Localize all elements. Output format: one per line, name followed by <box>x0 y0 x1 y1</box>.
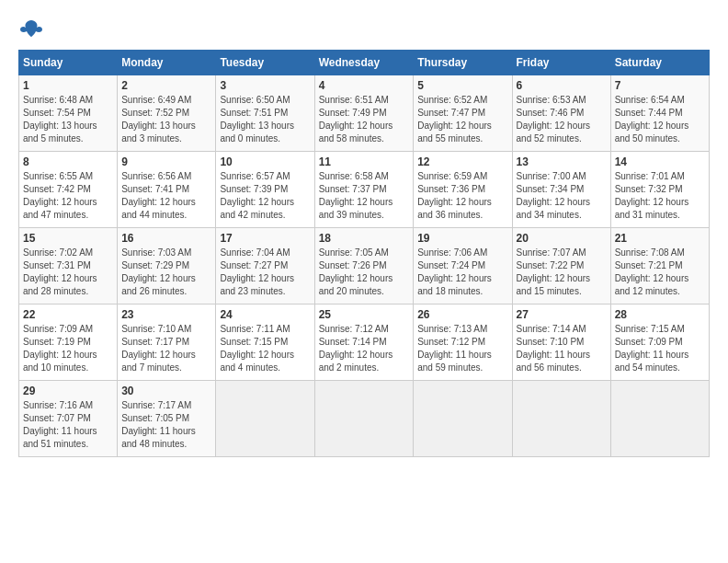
sunrise-label: Sunrise: 7:14 AM <box>517 324 586 334</box>
day-info: Sunrise: 7:11 AM Sunset: 7:15 PM Dayligh… <box>220 323 310 374</box>
day-number: 24 <box>220 308 310 321</box>
day-number: 20 <box>517 232 607 245</box>
daylight-label: Daylight: 12 hours and 36 minutes. <box>417 197 492 220</box>
day-info: Sunrise: 6:58 AM Sunset: 7:37 PM Dayligh… <box>319 170 410 222</box>
daylight-label: Daylight: 12 hours and 18 minutes. <box>417 273 492 296</box>
sunrise-label: Sunrise: 7:02 AM <box>23 247 93 258</box>
sunset-label: Sunset: 7:19 PM <box>23 337 91 347</box>
day-number: 16 <box>121 232 211 245</box>
calendar-cell: 21 Sunrise: 7:08 AM Sunset: 7:21 PM Dayl… <box>610 228 709 304</box>
calendar-cell <box>314 381 414 457</box>
day-number: 2 <box>121 79 211 92</box>
sunset-label: Sunset: 7:22 PM <box>517 260 585 270</box>
calendar-cell: 2 Sunrise: 6:49 AM Sunset: 7:52 PM Dayli… <box>118 75 216 152</box>
day-info: Sunrise: 7:03 AM Sunset: 7:29 PM Dayligh… <box>121 247 211 298</box>
calendar-cell: 18 Sunrise: 7:05 AM Sunset: 7:26 PM Dayl… <box>314 228 414 304</box>
daylight-label: Daylight: 12 hours and 26 minutes. <box>121 273 196 296</box>
calendar-cell: 14 Sunrise: 7:01 AM Sunset: 7:32 PM Dayl… <box>610 152 709 228</box>
sunset-label: Sunset: 7:21 PM <box>615 260 683 270</box>
calendar-cell: 28 Sunrise: 7:15 AM Sunset: 7:09 PM Dayl… <box>610 304 709 381</box>
weekday-header: Sunday <box>19 51 118 75</box>
sunset-label: Sunset: 7:07 PM <box>23 413 91 423</box>
day-number: 29 <box>23 385 113 397</box>
day-info: Sunrise: 6:52 AM Sunset: 7:47 PM Dayligh… <box>417 94 507 145</box>
sunset-label: Sunset: 7:36 PM <box>417 184 485 194</box>
day-number: 13 <box>517 155 607 168</box>
sunset-label: Sunset: 7:39 PM <box>220 184 288 194</box>
sunset-label: Sunset: 7:31 PM <box>23 260 91 270</box>
sunrise-label: Sunrise: 7:07 AM <box>517 247 586 258</box>
day-info: Sunrise: 7:08 AM Sunset: 7:21 PM Dayligh… <box>615 247 705 298</box>
calendar-cell: 23 Sunrise: 7:10 AM Sunset: 7:17 PM Dayl… <box>118 304 216 381</box>
calendar-cell: 26 Sunrise: 7:13 AM Sunset: 7:12 PM Dayl… <box>414 304 512 381</box>
daylight-label: Daylight: 12 hours and 44 minutes. <box>121 197 196 220</box>
daylight-label: Daylight: 13 hours and 0 minutes. <box>220 121 294 144</box>
day-number: 3 <box>220 79 310 92</box>
sunset-label: Sunset: 7:10 PM <box>517 337 585 347</box>
daylight-label: Daylight: 12 hours and 7 minutes. <box>121 350 196 373</box>
daylight-label: Daylight: 11 hours and 56 minutes. <box>517 350 591 373</box>
day-number: 15 <box>23 232 113 245</box>
day-number: 22 <box>23 308 113 321</box>
day-info: Sunrise: 7:09 AM Sunset: 7:19 PM Dayligh… <box>23 323 113 374</box>
day-info: Sunrise: 6:55 AM Sunset: 7:42 PM Dayligh… <box>23 170 113 222</box>
calendar-cell: 10 Sunrise: 6:57 AM Sunset: 7:39 PM Dayl… <box>216 152 314 228</box>
sunrise-label: Sunrise: 6:54 AM <box>615 95 685 105</box>
calendar-cell <box>216 381 314 457</box>
calendar-week-row: 8 Sunrise: 6:55 AM Sunset: 7:42 PM Dayli… <box>19 152 710 228</box>
daylight-label: Daylight: 12 hours and 34 minutes. <box>517 197 591 220</box>
calendar-cell: 15 Sunrise: 7:02 AM Sunset: 7:31 PM Dayl… <box>19 228 118 304</box>
sunset-label: Sunset: 7:46 PM <box>517 108 585 118</box>
logo-icon <box>18 18 44 40</box>
daylight-label: Daylight: 12 hours and 23 minutes. <box>220 273 294 296</box>
calendar-cell: 5 Sunrise: 6:52 AM Sunset: 7:47 PM Dayli… <box>414 75 512 152</box>
sunrise-label: Sunrise: 7:16 AM <box>23 400 93 410</box>
weekday-header: Wednesday <box>314 51 414 75</box>
day-info: Sunrise: 7:04 AM Sunset: 7:27 PM Dayligh… <box>220 247 310 298</box>
daylight-label: Daylight: 11 hours and 51 minutes. <box>23 426 97 449</box>
sunset-label: Sunset: 7:47 PM <box>417 108 485 118</box>
calendar-cell: 27 Sunrise: 7:14 AM Sunset: 7:10 PM Dayl… <box>512 304 610 381</box>
weekday-row: SundayMondayTuesdayWednesdayThursdayFrid… <box>19 51 710 75</box>
day-number: 30 <box>121 385 211 397</box>
sunrise-label: Sunrise: 7:05 AM <box>319 247 389 258</box>
daylight-label: Daylight: 11 hours and 59 minutes. <box>417 350 492 373</box>
calendar-cell: 17 Sunrise: 7:04 AM Sunset: 7:27 PM Dayl… <box>216 228 314 304</box>
sunrise-label: Sunrise: 6:59 AM <box>417 171 487 181</box>
daylight-label: Daylight: 12 hours and 55 minutes. <box>417 121 492 144</box>
day-info: Sunrise: 6:54 AM Sunset: 7:44 PM Dayligh… <box>615 94 705 145</box>
day-number: 14 <box>615 155 705 168</box>
day-info: Sunrise: 7:15 AM Sunset: 7:09 PM Dayligh… <box>615 323 705 374</box>
daylight-label: Daylight: 13 hours and 3 minutes. <box>121 121 196 144</box>
sunrise-label: Sunrise: 7:08 AM <box>615 247 685 258</box>
calendar-cell: 12 Sunrise: 6:59 AM Sunset: 7:36 PM Dayl… <box>414 152 512 228</box>
calendar-cell <box>610 381 709 457</box>
day-info: Sunrise: 6:51 AM Sunset: 7:49 PM Dayligh… <box>319 94 410 145</box>
day-number: 17 <box>220 232 310 245</box>
sunrise-label: Sunrise: 6:50 AM <box>220 95 290 105</box>
daylight-label: Daylight: 12 hours and 12 minutes. <box>615 273 689 296</box>
day-number: 23 <box>121 308 211 321</box>
calendar-cell: 19 Sunrise: 7:06 AM Sunset: 7:24 PM Dayl… <box>414 228 512 304</box>
day-info: Sunrise: 7:06 AM Sunset: 7:24 PM Dayligh… <box>417 247 507 298</box>
day-number: 9 <box>121 155 211 168</box>
sunset-label: Sunset: 7:54 PM <box>23 108 91 118</box>
weekday-header: Saturday <box>610 51 709 75</box>
calendar-cell <box>512 381 610 457</box>
day-number: 1 <box>23 79 113 92</box>
sunrise-label: Sunrise: 6:57 AM <box>220 171 290 181</box>
logo <box>18 18 48 40</box>
day-info: Sunrise: 7:07 AM Sunset: 7:22 PM Dayligh… <box>517 247 607 298</box>
sunset-label: Sunset: 7:51 PM <box>220 108 288 118</box>
calendar-cell: 9 Sunrise: 6:56 AM Sunset: 7:41 PM Dayli… <box>118 152 216 228</box>
sunrise-label: Sunrise: 6:52 AM <box>417 95 487 105</box>
day-number: 28 <box>615 308 705 321</box>
daylight-label: Daylight: 11 hours and 48 minutes. <box>121 426 196 449</box>
calendar-body: 1 Sunrise: 6:48 AM Sunset: 7:54 PM Dayli… <box>19 75 710 457</box>
day-number: 12 <box>417 155 507 168</box>
sunrise-label: Sunrise: 6:58 AM <box>319 171 389 181</box>
sunrise-label: Sunrise: 6:48 AM <box>23 95 93 105</box>
sunrise-label: Sunrise: 7:03 AM <box>121 247 191 258</box>
day-info: Sunrise: 6:59 AM Sunset: 7:36 PM Dayligh… <box>417 170 507 222</box>
sunset-label: Sunset: 7:27 PM <box>220 260 288 270</box>
